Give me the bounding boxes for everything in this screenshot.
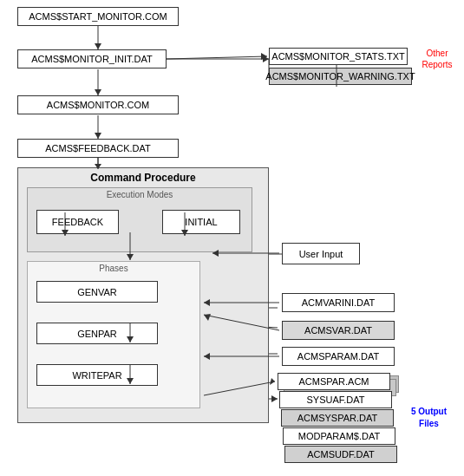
- acmsudf-label: ACMSUDF.DAT: [307, 449, 374, 460]
- command-procedure-title: Command Procedure: [18, 172, 268, 184]
- phases-text: Phases: [99, 264, 127, 273]
- genvar-box: GENVAR: [36, 281, 158, 303]
- feedback-dat-label: ACMS$FEEDBACK.DAT: [45, 143, 150, 153]
- svg-marker-5: [95, 133, 101, 139]
- five-output-text: 5 Output Files: [411, 407, 447, 428]
- svg-marker-3: [95, 89, 101, 95]
- start-box: ACMS$START_MONITOR.COM: [17, 7, 179, 26]
- execution-modes-text: Execution Modes: [107, 190, 173, 199]
- five-output-label: 5 Output Files: [401, 406, 457, 430]
- phases-label: Phases: [28, 264, 199, 273]
- monitor-warning-box: ACMS$MONITOR_WARNING.TXT: [269, 68, 412, 85]
- other-reports-text: Other Reports: [422, 49, 452, 69]
- feedback-mode-box: FEEDBACK: [36, 210, 119, 234]
- monitor-init-box: ACMS$MONITOR_INIT.DAT: [17, 49, 167, 68]
- monitor-stats-label: ACMS$MONITOR_STATS.TXT: [271, 51, 404, 62]
- feedback-dat-box: ACMS$FEEDBACK.DAT: [17, 139, 179, 158]
- svg-marker-56: [270, 378, 275, 385]
- other-reports-label: Other Reports: [415, 48, 460, 70]
- svg-marker-33: [261, 53, 267, 60]
- svg-marker-31: [271, 395, 278, 402]
- writepar-label: WRITEPAR: [72, 370, 121, 381]
- monitor-init-label: ACMS$MONITOR_INIT.DAT: [31, 54, 153, 64]
- modparam-label: MODPARAM$.DAT: [298, 431, 380, 441]
- monitor-com-box: ACMS$MONITOR.COM: [17, 95, 179, 114]
- command-procedure-text: Command Procedure: [90, 172, 195, 184]
- initial-mode-box: INITIAL: [162, 210, 240, 234]
- genpar-label: GENPAR: [77, 329, 117, 339]
- acmsvar-box: ACMSVAR.DAT: [282, 321, 395, 340]
- sysuaf-label: SYSUAF.DAT: [306, 394, 364, 405]
- acmsyspar-label: ACMSYSPAR.DAT: [297, 413, 378, 423]
- svg-line-32: [167, 56, 267, 59]
- svg-marker-7: [263, 55, 269, 62]
- execution-modes-label: Execution Modes: [28, 190, 252, 199]
- initial-mode-label: INITIAL: [185, 217, 217, 227]
- modparam-box: MODPARAM$.DAT: [283, 427, 395, 445]
- user-input-box: User Input: [282, 243, 360, 264]
- writepar-box: WRITEPAR: [36, 364, 158, 386]
- acmvarini-box: ACMVARINI.DAT: [282, 293, 395, 312]
- execution-modes-container: Execution Modes FEEDBACK INITIAL: [27, 187, 252, 252]
- monitor-com-label: ACMS$MONITOR.COM: [47, 100, 149, 110]
- acmsvar-label: ACMSVAR.DAT: [304, 325, 372, 336]
- acmsparam-label: ACMSPARAM.DAT: [297, 351, 379, 362]
- sysuaf-box: SYSUAF.DAT: [279, 391, 392, 408]
- phases-container: Phases GENVAR GENPAR WRITEPAR: [27, 261, 200, 408]
- feedback-mode-label: FEEDBACK: [52, 217, 103, 227]
- monitor-warning-label: ACMS$MONITOR_WARNING.TXT: [265, 71, 415, 82]
- acmspar-box: ACMSPAR.ACM: [278, 373, 390, 390]
- genpar-box: GENPAR: [36, 323, 158, 344]
- acmsyspar-box: ACMSYSPAR.DAT: [281, 409, 394, 427]
- acmsparam-box: ACMSPARAM.DAT: [282, 347, 395, 366]
- start-label: ACMS$START_MONITOR.COM: [29, 11, 167, 22]
- user-input-label: User Input: [299, 249, 343, 259]
- monitor-stats-box: ACMS$MONITOR_STATS.TXT: [269, 48, 408, 65]
- genvar-label: GENVAR: [77, 287, 117, 297]
- acmvarini-label: ACMVARINI.DAT: [302, 297, 376, 308]
- acmsudf-box: ACMSUDF.DAT: [284, 446, 397, 463]
- command-procedure-container: Command Procedure Execution Modes FEEDBA…: [17, 167, 269, 423]
- svg-marker-1: [95, 43, 101, 49]
- diagram: ACMS$START_MONITOR.COM ACMS$MONITOR_INIT…: [0, 0, 464, 476]
- acmspar-label: ACMSPAR.ACM: [298, 376, 369, 387]
